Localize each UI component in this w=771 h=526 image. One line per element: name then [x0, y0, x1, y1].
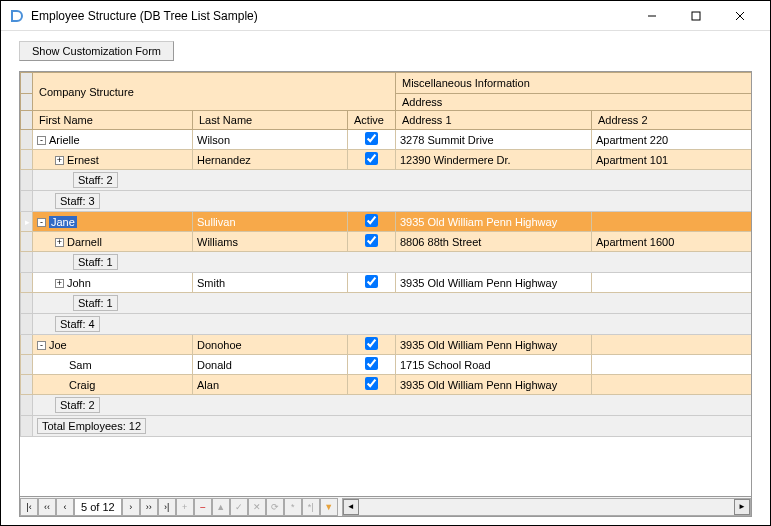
row-indicator — [21, 232, 33, 252]
row-indicator — [21, 273, 33, 293]
band-company[interactable]: Company Structure — [33, 73, 396, 111]
navigator-bar: |‹ ‹‹ ‹ 5 of 12 › ›› ›| + – ▲ ✓ ✕ ⟳ * *|… — [20, 496, 751, 516]
summary-row: Staff: 1 — [21, 252, 752, 273]
band-address[interactable]: Address — [396, 94, 752, 111]
close-button[interactable] — [718, 2, 762, 30]
table-row[interactable]: +ErnestHernandez12390 Windermere Dr.Apar… — [21, 150, 752, 170]
table-row[interactable]: +JohnSmith3935 Old William Penn Highway — [21, 273, 752, 293]
active-cell[interactable] — [348, 375, 396, 395]
last-name-cell: Wilson — [193, 130, 348, 150]
expand-icon[interactable]: + — [55, 238, 64, 247]
titlebar: Employee Structure (DB Tree List Sample) — [1, 1, 770, 31]
nav-prev[interactable]: ‹ — [56, 498, 74, 516]
address2-cell — [592, 212, 752, 232]
active-cell[interactable] — [348, 212, 396, 232]
band-misc[interactable]: Miscellaneous Information — [396, 73, 752, 94]
nav-refresh[interactable]: ⟳ — [266, 498, 284, 516]
active-checkbox[interactable] — [365, 132, 378, 145]
col-active[interactable]: Active — [348, 111, 396, 130]
staff-count: Staff: 2 — [73, 172, 118, 188]
nav-cancel[interactable]: ✕ — [248, 498, 266, 516]
app-icon — [9, 8, 25, 24]
nav-filter[interactable]: ▼ — [320, 498, 338, 516]
col-address-2[interactable]: Address 2 — [592, 111, 752, 130]
staff-count: Staff: 1 — [73, 254, 118, 270]
active-checkbox[interactable] — [365, 214, 378, 227]
address2-cell: Apartment 1600 — [592, 232, 752, 252]
expand-icon[interactable]: - — [37, 136, 46, 145]
staff-count: Staff: 3 — [55, 193, 100, 209]
table-row[interactable]: -JoeDonohoe3935 Old William Penn Highway — [21, 335, 752, 355]
active-checkbox[interactable] — [365, 337, 378, 350]
table-row[interactable]: ▸-JaneSullivan3935 Old William Penn High… — [21, 212, 752, 232]
address1-cell: 8806 88th Street — [396, 232, 592, 252]
active-cell[interactable] — [348, 232, 396, 252]
expand-icon[interactable]: + — [55, 156, 64, 165]
staff-count: Staff: 4 — [55, 316, 100, 332]
active-cell[interactable] — [348, 273, 396, 293]
address2-cell: Apartment 101 — [592, 150, 752, 170]
active-checkbox[interactable] — [365, 275, 378, 288]
active-checkbox[interactable] — [365, 234, 378, 247]
nav-goto-bookmark[interactable]: *| — [302, 498, 320, 516]
address2-cell — [592, 355, 752, 375]
horizontal-scrollbar[interactable]: ◄ ► — [342, 498, 751, 516]
expand-icon[interactable]: - — [37, 341, 46, 350]
last-name-cell: Alan — [193, 375, 348, 395]
table-row[interactable]: +DarnellWilliams8806 88th StreetApartmen… — [21, 232, 752, 252]
window: Employee Structure (DB Tree List Sample)… — [0, 0, 771, 526]
address2-cell — [592, 273, 752, 293]
active-checkbox[interactable] — [365, 152, 378, 165]
nav-page-indicator: 5 of 12 — [74, 498, 122, 516]
scroll-left-button[interactable]: ◄ — [343, 499, 359, 515]
nav-bookmark[interactable]: * — [284, 498, 302, 516]
scroll-right-button[interactable]: ► — [734, 499, 750, 515]
nav-delete[interactable]: – — [194, 498, 212, 516]
row-indicator: ▸ — [21, 212, 33, 232]
address1-cell: 12390 Windermere Dr. — [396, 150, 592, 170]
grid-table: Company Structure Miscellaneous Informat… — [20, 72, 751, 437]
summary-row: Staff: 4 — [21, 314, 752, 335]
col-first-name[interactable]: First Name — [33, 111, 193, 130]
toolbar: Show Customization Form — [1, 31, 770, 71]
active-cell[interactable] — [348, 335, 396, 355]
maximize-button[interactable] — [674, 2, 718, 30]
last-name-cell: Hernandez — [193, 150, 348, 170]
active-checkbox[interactable] — [365, 377, 378, 390]
active-cell[interactable] — [348, 150, 396, 170]
expand-icon[interactable]: + — [55, 279, 64, 288]
active-checkbox[interactable] — [365, 357, 378, 370]
first-name-cell: Ernest — [67, 154, 99, 166]
band-row-1: Company Structure Miscellaneous Informat… — [21, 73, 752, 94]
nav-next-page[interactable]: ›› — [140, 498, 158, 516]
col-last-name[interactable]: Last Name — [193, 111, 348, 130]
minimize-button[interactable] — [630, 2, 674, 30]
band-indicator — [21, 73, 33, 94]
active-cell[interactable] — [348, 355, 396, 375]
row-indicator — [21, 130, 33, 150]
address2-cell: Apartment 220 — [592, 130, 752, 150]
last-name-cell: Sullivan — [193, 212, 348, 232]
nav-post[interactable]: ✓ — [230, 498, 248, 516]
table-row[interactable]: SamDonald1715 School Road — [21, 355, 752, 375]
last-name-cell: Donohoe — [193, 335, 348, 355]
last-name-cell: Donald — [193, 355, 348, 375]
nav-add[interactable]: + — [176, 498, 194, 516]
active-cell[interactable] — [348, 130, 396, 150]
table-row[interactable]: CraigAlan3935 Old William Penn Highway — [21, 375, 752, 395]
nav-last[interactable]: ›| — [158, 498, 176, 516]
staff-count: Staff: 1 — [73, 295, 118, 311]
row-indicator — [21, 375, 33, 395]
nav-first[interactable]: |‹ — [20, 498, 38, 516]
nav-next[interactable]: › — [122, 498, 140, 516]
first-name-cell: Jane — [49, 216, 77, 228]
nav-prev-page[interactable]: ‹‹ — [38, 498, 56, 516]
table-row[interactable]: -ArielleWilson3278 Summit DriveApartment… — [21, 130, 752, 150]
expand-icon[interactable]: - — [37, 218, 46, 227]
col-address-1[interactable]: Address 1 — [396, 111, 592, 130]
nav-edit[interactable]: ▲ — [212, 498, 230, 516]
show-customization-button[interactable]: Show Customization Form — [19, 41, 174, 61]
address1-cell: 3935 Old William Penn Highway — [396, 273, 592, 293]
row-indicator — [21, 335, 33, 355]
address2-cell — [592, 335, 752, 355]
